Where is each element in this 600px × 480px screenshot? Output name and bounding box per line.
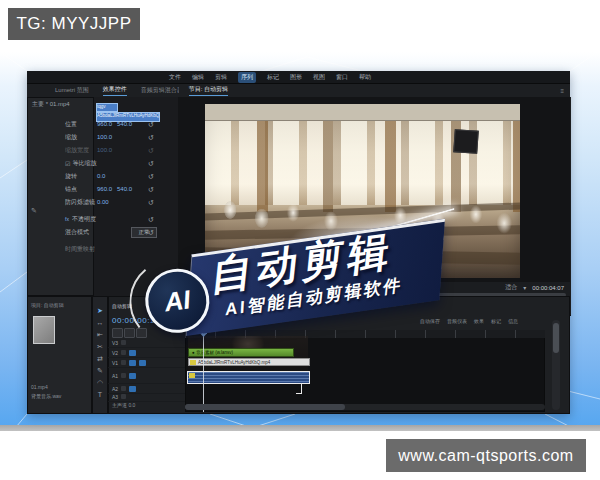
page: 文件 编辑 剪辑 序列 标记 图形 视图 窗口 帮助 Lumetri 范围 效果… xyxy=(0,0,600,480)
tab-audio-clip-mixer[interactable]: 音频剪辑混合器 xyxy=(141,86,179,95)
menu-item-edit[interactable]: 编辑 xyxy=(192,73,204,82)
track-toggle[interactable] xyxy=(121,386,126,391)
hand-tool-icon[interactable]: ◠ xyxy=(97,379,103,386)
track-toggle[interactable] xyxy=(121,373,126,378)
reset-icon[interactable]: ↺ xyxy=(148,229,154,236)
fit-dropdown[interactable]: 适合 xyxy=(505,283,517,292)
checkbox-icon[interactable]: ☑ xyxy=(65,160,70,167)
info-tab[interactable]: 信息 xyxy=(508,318,518,324)
timeline-info-tabs: 自动保存 音频仪表 效果 标记 信息 xyxy=(420,318,550,324)
reset-icon[interactable]: ↺ xyxy=(148,173,154,180)
label-color-tag xyxy=(190,360,196,365)
track-target[interactable] xyxy=(139,360,146,366)
row-scale-width: 缩放宽度 100.0 ↺ xyxy=(65,144,165,156)
row-blend-mode: 混合模式 正常 ↺ xyxy=(65,226,165,238)
pen-tool-icon[interactable]: ✎ xyxy=(31,207,37,215)
menu-item-graphics[interactable]: 图形 xyxy=(290,73,302,82)
master-track-label: 主声道 0.0 xyxy=(112,402,135,408)
video-wall-monitor xyxy=(453,129,479,153)
effect-source-label: 主要 * 01.mp4 xyxy=(32,100,70,109)
row-uniform-scale: ☑ 等比缩放 ↺ xyxy=(65,157,165,169)
collapsed-clip-bracket-icon xyxy=(296,383,302,394)
row-scale: 缩放 100.0 ↺ xyxy=(65,131,165,143)
reset-icon[interactable]: ↺ xyxy=(148,186,154,193)
reset-icon[interactable]: ↺ xyxy=(148,160,154,167)
track-header-v1[interactable]: V1 xyxy=(108,358,185,368)
row-rotation: 旋转 0.0 ↺ xyxy=(65,170,165,182)
menu-item-sequence[interactable]: 序列 xyxy=(238,72,256,83)
tab-program-monitor[interactable]: 节目: 自动剪辑 xyxy=(189,85,228,96)
timeline-vertical-scrollbar-thumb[interactable] xyxy=(553,323,559,353)
label-color-tag xyxy=(189,373,195,378)
panel-tab-row: Lumetri 范围 效果控件 音频剪辑混合器 节目: 自动剪辑 ≡ xyxy=(27,84,570,98)
track-select-tool-icon[interactable]: ↔ xyxy=(97,319,104,326)
info-tab[interactable]: 效果 xyxy=(474,318,484,324)
snap-button[interactable] xyxy=(124,328,135,338)
menu-item-file[interactable]: 文件 xyxy=(169,73,181,82)
program-timecode-out[interactable]: 00:00:04:07 xyxy=(532,285,564,291)
fit-dropdown-arrow[interactable]: ▾ xyxy=(523,284,526,291)
timeline-horizontal-scrollbar-thumb[interactable] xyxy=(185,404,345,410)
track-header-v2[interactable]: V2 xyxy=(108,348,185,358)
url-watermark: www.cam-qtsports.com xyxy=(386,439,586,472)
row-position: 位置 960.0 540.0 ↺ xyxy=(65,118,165,130)
position-value[interactable]: 960.0 540.0 xyxy=(97,121,132,127)
clip-video-white[interactable]: A5bdaLJfRmRTvLHuAyHdKbQ.mp4 xyxy=(188,358,310,366)
reset-icon[interactable]: ↺ xyxy=(148,147,154,154)
project-item[interactable]: 背景音乐.wav xyxy=(31,393,61,399)
scale-width-value[interactable]: 100.0 xyxy=(97,147,112,153)
selected-clip-bar-short[interactable]: tqgv xyxy=(96,103,118,112)
razor-tool-icon[interactable]: ✂ xyxy=(97,343,103,350)
anchor-value[interactable]: 960.0 540.0 xyxy=(97,186,132,192)
info-tab[interactable]: 自动保存 xyxy=(420,318,440,324)
track-toggle[interactable] xyxy=(121,340,126,345)
effect-rows: 位置 960.0 540.0 ↺ 缩放 100.0 ↺ 缩放宽度 100.0 ↺… xyxy=(27,115,178,255)
track-toggle[interactable] xyxy=(121,360,126,365)
track-toggle[interactable] xyxy=(121,350,126,355)
tab-lumetri-scopes[interactable]: Lumetri 范围 xyxy=(55,86,89,95)
row-anchor-point: 锚点 960.0 540.0 ↺ xyxy=(65,183,165,195)
track-header-a1[interactable]: A1 xyxy=(108,368,185,384)
reset-icon[interactable]: ↺ xyxy=(148,121,154,128)
menu-item-help[interactable]: 帮助 xyxy=(359,73,371,82)
reset-icon[interactable]: ↺ xyxy=(148,134,154,141)
info-tab[interactable]: 音频仪表 xyxy=(447,318,467,324)
source-patch[interactable] xyxy=(129,373,136,379)
row-antiflicker: 防闪烁滤镜 0.00 ↺ xyxy=(65,196,165,208)
reset-icon[interactable]: ↺ xyxy=(148,216,154,223)
rotation-value[interactable]: 0.0 xyxy=(97,173,105,179)
clip-audio-selected[interactable] xyxy=(187,371,310,384)
panel-menu-icon[interactable]: ≡ xyxy=(560,88,564,94)
source-patch[interactable] xyxy=(129,350,136,356)
menu-item-window[interactable]: 窗口 xyxy=(336,73,348,82)
antiflicker-value[interactable]: 0.00 xyxy=(97,199,109,205)
row-opacity-section: fx 不透明度 ↺ xyxy=(65,213,165,225)
menu-item-clip[interactable]: 剪辑 xyxy=(215,73,227,82)
row-time-remap: 时间重映射 xyxy=(65,243,165,255)
type-tool-icon[interactable]: T xyxy=(98,391,102,398)
background-gray-strip xyxy=(0,425,600,431)
timeline-settings-button[interactable] xyxy=(112,328,123,338)
tab-effect-controls[interactable]: 效果控件 xyxy=(103,85,127,96)
tab-project[interactable]: 项目: 自动剪辑 xyxy=(31,302,64,308)
pen-tool-icon[interactable]: ✎ xyxy=(97,367,103,374)
menu-item-marker[interactable]: 标记 xyxy=(267,73,279,82)
track-toggle[interactable] xyxy=(121,394,126,399)
selection-tool-icon[interactable]: ➤ xyxy=(97,307,103,314)
source-patch[interactable] xyxy=(129,386,136,392)
track-header-a3[interactable]: A3 xyxy=(108,392,185,402)
menu-item-view[interactable]: 视图 xyxy=(313,73,325,82)
source-patch[interactable] xyxy=(129,360,136,366)
tg-watermark: TG: MYYJJPP xyxy=(8,8,140,40)
reset-icon[interactable]: ↺ xyxy=(148,199,154,206)
info-tab[interactable]: 标记 xyxy=(491,318,501,324)
menu-bar: 文件 编辑 剪辑 序列 标记 图形 视图 窗口 帮助 xyxy=(27,71,570,84)
slip-tool-icon[interactable]: ⇄ xyxy=(97,355,103,362)
fx-badge-icon: fx xyxy=(65,216,69,222)
ripple-edit-tool-icon[interactable]: ⇤ xyxy=(97,331,103,338)
scale-value[interactable]: 100.0 xyxy=(97,134,112,140)
project-item[interactable]: 01.mp4 xyxy=(31,384,48,390)
tools-panel: ➤ ↔ ⇤ ✂ ⇄ ✎ ◠ T xyxy=(92,296,108,414)
project-clip-thumbnail[interactable] xyxy=(33,316,55,344)
